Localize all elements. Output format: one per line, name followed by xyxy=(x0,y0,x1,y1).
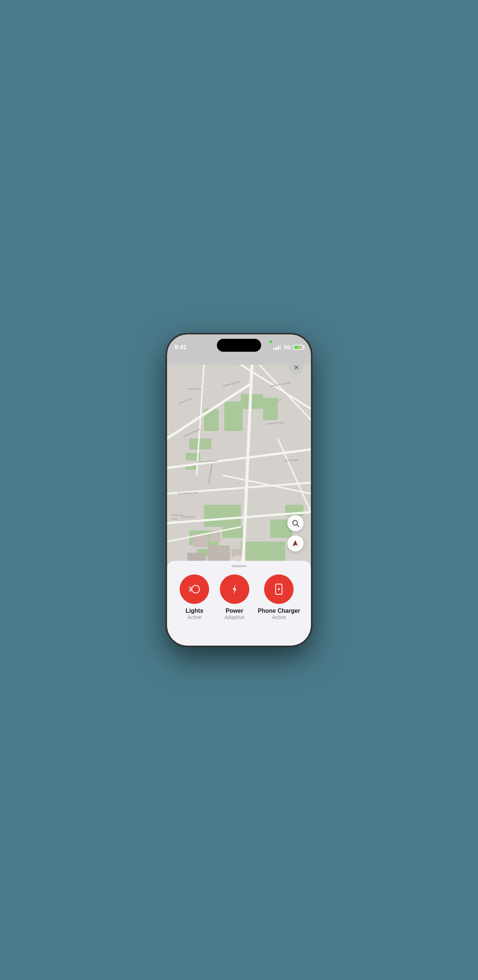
svg-rect-9 xyxy=(224,401,243,431)
lights-label: Lights Active xyxy=(185,608,203,620)
svg-point-53 xyxy=(192,585,199,593)
phone-screen: 9:41 5G ⚡ xyxy=(167,334,311,646)
battery-icon: ⚡ xyxy=(293,345,304,350)
svg-rect-1 xyxy=(204,505,241,527)
power-control[interactable]: Power Adaptive xyxy=(218,574,251,620)
svg-marker-60 xyxy=(278,587,280,592)
location-icon xyxy=(292,539,300,547)
signal-bar-4 xyxy=(280,345,281,350)
status-indicators: 5G ⚡ xyxy=(273,344,304,350)
svg-rect-19 xyxy=(208,545,230,562)
charger-status: Active xyxy=(258,614,300,620)
svg-text:1870 War Mem...: 1870 War Mem... xyxy=(187,388,203,390)
svg-marker-57 xyxy=(233,584,236,594)
signal-bar-1 xyxy=(273,348,275,350)
power-label: Power Adaptive xyxy=(224,608,244,620)
power-icon xyxy=(228,582,242,596)
status-time: 9:41 xyxy=(174,344,186,351)
charger-label: Phone Charger Active xyxy=(258,608,300,620)
phone-charger-control[interactable]: Phone Charger Active xyxy=(258,574,300,620)
lights-name: Lights xyxy=(185,608,203,614)
charger-name: Phone Charger xyxy=(258,608,300,614)
svg-line-54 xyxy=(189,587,192,588)
svg-text:Villa de Ségur: Villa de Ségur xyxy=(171,514,183,516)
close-icon: ✕ xyxy=(293,364,299,371)
phone-frame: 9:41 5G ⚡ xyxy=(167,334,311,646)
charger-icon xyxy=(272,582,286,596)
search-button[interactable] xyxy=(287,515,304,531)
search-icon xyxy=(292,519,300,527)
dynamic-island xyxy=(217,339,261,352)
power-name: Power xyxy=(224,608,244,614)
svg-text:...udnol: ...udnol xyxy=(171,518,177,520)
power-icon-circle xyxy=(220,574,249,604)
lights-status: Active xyxy=(185,614,203,620)
svg-line-56 xyxy=(189,590,192,591)
sheet-handle xyxy=(232,565,246,567)
controls-row: Lights Active Power Adaptive xyxy=(167,574,311,620)
battery-charging-icon: ⚡ xyxy=(296,345,301,349)
signal-bar-2 xyxy=(276,347,277,350)
battery-indicator: ⚡ xyxy=(293,345,304,350)
network-type: 5G xyxy=(284,344,291,350)
svg-rect-13 xyxy=(189,438,211,449)
charger-icon-circle xyxy=(264,574,293,604)
location-button[interactable] xyxy=(287,535,304,552)
signal-bars xyxy=(273,345,281,350)
lights-icon xyxy=(187,582,201,596)
svg-marker-51 xyxy=(293,540,295,546)
svg-rect-17 xyxy=(209,532,221,542)
svg-text:Rue Vaneau: Rue Vaneau xyxy=(182,515,195,518)
lights-control[interactable]: Lights Active xyxy=(178,574,211,620)
close-button[interactable]: ✕ xyxy=(289,360,304,375)
bottom-sheet: Lights Active Power Adaptive xyxy=(167,561,311,646)
signal-bar-3 xyxy=(278,346,279,350)
svg-rect-12 xyxy=(263,398,278,420)
power-status: Adaptive xyxy=(224,614,244,620)
lights-icon-circle xyxy=(180,574,209,604)
svg-line-49 xyxy=(297,525,299,527)
